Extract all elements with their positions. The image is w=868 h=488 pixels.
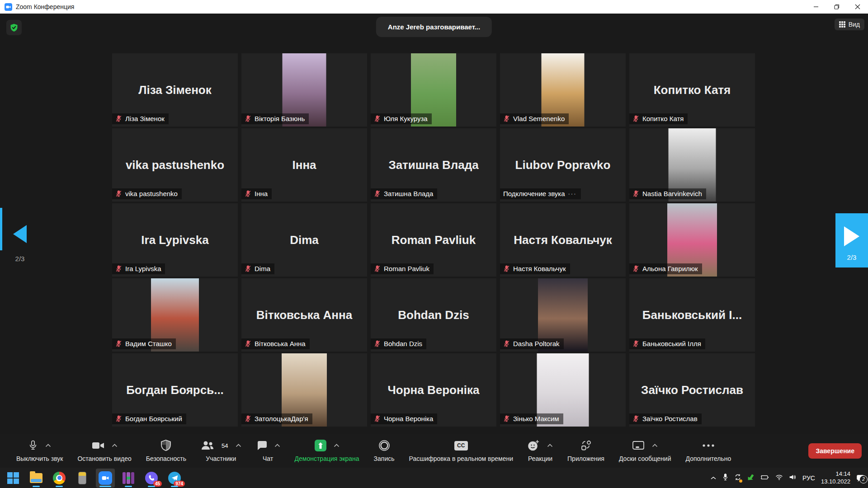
- participant-tile[interactable]: Заїчко РостиславЗаїчко Ростислав: [629, 353, 755, 427]
- minimize-button[interactable]: [806, 0, 826, 14]
- restore-button[interactable]: [826, 0, 847, 14]
- zoom-app-icon: [5, 3, 12, 11]
- participant-tile[interactable]: Затишна ВладаЗатишна Влада: [371, 128, 496, 202]
- connecting-dots-icon: ···: [568, 190, 577, 197]
- toolbar-button-record[interactable]: Запись: [369, 434, 399, 468]
- taskbar-app-battery-tool[interactable]: [73, 469, 92, 488]
- taskbar-app-zoom[interactable]: [96, 469, 115, 488]
- participant-tile[interactable]: Ліза ЗіменокЛіза Зіменок: [112, 53, 238, 127]
- clock-time: 14:14: [821, 470, 850, 478]
- participant-tile[interactable]: Вікторія Базюнь: [241, 53, 367, 127]
- participant-tile[interactable]: Вітковська АннаВітковська Анна: [241, 278, 367, 352]
- chevron-up-icon[interactable]: [334, 444, 340, 447]
- participant-name-label: Вітковська Анна: [241, 338, 310, 349]
- chevron-up-icon[interactable]: [652, 444, 658, 447]
- tray-volume-icon[interactable]: [789, 474, 797, 482]
- notification-count-badge: 2: [859, 475, 868, 483]
- toolbar-button-more[interactable]: Дополнительно: [681, 434, 736, 468]
- participant-label-text: ЗатолоцькаДар'я: [255, 415, 308, 422]
- tray-sync-icon[interactable]: [734, 474, 741, 483]
- toolbar-button-label: Реакции: [528, 455, 552, 462]
- participant-tile[interactable]: Вадим Сташко: [112, 278, 238, 352]
- notification-center-icon[interactable]: 2: [856, 474, 864, 482]
- participant-name-label: Зінько Максим: [500, 413, 563, 424]
- participant-tile[interactable]: Чорна ВеронікаЧорна Вероніка: [371, 353, 496, 427]
- participant-tile[interactable]: Настя КовальчукНастя Ковальчук: [500, 203, 626, 277]
- toolbar-button-label: Остановить видео: [77, 455, 131, 462]
- camera-icon: [92, 441, 104, 450]
- toolbar-button-camera[interactable]: Остановить видео: [73, 434, 136, 468]
- close-button[interactable]: [847, 0, 868, 14]
- participant-tile[interactable]: Альона Гаврилюк: [629, 203, 755, 277]
- taskbar-app-explorer[interactable]: [27, 469, 46, 488]
- tray-microphone-icon[interactable]: [722, 474, 728, 483]
- participant-name-label: Nastia Barvinkevich: [629, 188, 706, 199]
- view-button-label: Вид: [849, 21, 860, 28]
- view-button[interactable]: Вид: [835, 19, 864, 30]
- participant-tile[interactable]: DimaDima: [241, 203, 367, 277]
- toolbar-button-share-screen[interactable]: Демонстрация экрана: [290, 434, 364, 468]
- participant-tile[interactable]: Ira LypivskaIra Lypivska: [112, 203, 238, 277]
- meeting-toolbar: Выключить звукОстановить видеоБезопаснос…: [0, 434, 868, 468]
- windows-start-icon: [7, 472, 19, 484]
- taskbar-app-chrome[interactable]: [50, 469, 69, 488]
- muted-microphone-icon: [115, 265, 122, 272]
- page-indicator-left: 2/3: [11, 255, 29, 263]
- security-encryption-icon[interactable]: [6, 20, 22, 35]
- taskbar-app-telegram[interactable]: 974: [165, 469, 184, 488]
- chevron-up-icon[interactable]: [547, 444, 553, 447]
- participant-tile[interactable]: Юля Кукуруза: [371, 53, 496, 127]
- toolbar-button-chat[interactable]: Чат: [251, 434, 285, 468]
- chevron-up-icon[interactable]: [45, 444, 51, 447]
- tray-wifi-icon[interactable]: [775, 474, 783, 482]
- next-page-button[interactable]: 2/3: [835, 213, 868, 267]
- tray-expand-icon[interactable]: [710, 474, 717, 482]
- toolbar-button-cc[interactable]: CCРасшифровка в реальном времени: [405, 434, 518, 468]
- muted-microphone-icon: [115, 115, 122, 122]
- participant-tile[interactable]: Liubov PopravkoПодключение звука···: [500, 128, 626, 202]
- participant-tile[interactable]: Roman PavliukRoman Pavliuk: [371, 203, 496, 277]
- participant-tile[interactable]: Dasha Poltorak: [500, 278, 626, 352]
- muted-microphone-icon: [374, 265, 381, 272]
- toolbar-button-reactions[interactable]: Реакции: [523, 434, 557, 468]
- participant-tile[interactable]: Богдан Боярсь...Богдан Боярський: [112, 353, 238, 427]
- end-meeting-button[interactable]: Завершение: [808, 443, 862, 459]
- participant-name-label: Затишна Влада: [371, 188, 437, 199]
- page-edge-stripe: [0, 208, 2, 250]
- toolbar-button-apps[interactable]: Приложения: [563, 434, 609, 468]
- taskbar-app-winrar[interactable]: [119, 469, 138, 488]
- muted-microphone-icon: [245, 415, 251, 422]
- participant-name-label: Подключение звука···: [500, 188, 581, 199]
- taskbar-app-viber[interactable]: 45: [142, 469, 161, 488]
- chevron-up-icon[interactable]: [236, 444, 241, 447]
- chevron-up-icon[interactable]: [112, 444, 118, 447]
- chevron-up-icon[interactable]: [274, 444, 280, 447]
- participant-name-label: Вікторія Базюнь: [241, 113, 309, 124]
- participant-tile[interactable]: Копитко КатяКопитко Катя: [629, 53, 755, 127]
- participant-tile[interactable]: Nastia Barvinkevich: [629, 128, 755, 202]
- taskbar-clock[interactable]: 14:14 13.10.2022: [821, 470, 850, 486]
- participant-label-text: Ліза Зіменок: [125, 115, 165, 122]
- participant-tile[interactable]: ІннаІнна: [241, 128, 367, 202]
- participant-tile[interactable]: Bohdan DzisBohdan Dzis: [371, 278, 496, 352]
- language-indicator[interactable]: РУС: [802, 474, 815, 482]
- participant-tile[interactable]: Зінько Максим: [500, 353, 626, 427]
- participant-tile[interactable]: Vlad Semenenko: [500, 53, 626, 127]
- share-screen-icon: [315, 440, 326, 451]
- toolbar-button-security-shield[interactable]: Безопасность: [142, 434, 191, 468]
- participant-tile[interactable]: ЗатолоцькаДар'я: [241, 353, 367, 427]
- participant-tile[interactable]: Баньковський І...Баньковський Ілля: [629, 278, 755, 352]
- active-speaker-banner: Anze Jereb разговаривает...: [376, 17, 492, 37]
- tray-battery-icon[interactable]: [760, 474, 769, 482]
- participant-name-label: ЗатолоцькаДар'я: [241, 413, 312, 424]
- toolbar-button-participants[interactable]: 54Участники: [196, 434, 245, 468]
- toolbar-button-whiteboard[interactable]: Доски сообщений: [614, 434, 676, 468]
- muted-microphone-icon: [115, 340, 122, 347]
- participant-name-label: Юля Кукуруза: [371, 113, 432, 124]
- tray-green-arrow-icon[interactable]: [747, 474, 755, 483]
- toolbar-button-microphone[interactable]: Выключить звук: [12, 434, 67, 468]
- participant-tile[interactable]: vika pastushenkovika pastushenko: [112, 128, 238, 202]
- previous-page-button[interactable]: 2/3: [11, 225, 29, 263]
- participant-label-text: Vlad Semenenko: [513, 115, 565, 122]
- taskbar-app-start[interactable]: [4, 469, 23, 488]
